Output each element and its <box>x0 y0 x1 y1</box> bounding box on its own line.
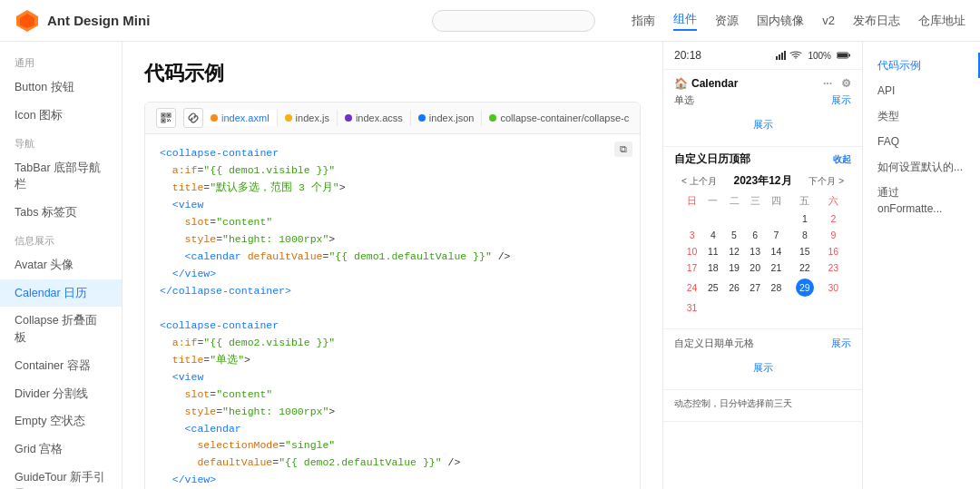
cal-cell-20[interactable]: 20 <box>745 259 766 276</box>
cal-cell-5[interactable]: 5 <box>723 227 744 243</box>
cal-cell-17[interactable]: 17 <box>681 259 702 276</box>
cal-cell-15[interactable]: 15 <box>787 243 823 259</box>
cal-cell-21[interactable]: 21 <box>766 259 787 276</box>
calendar-week-1: 1 2 <box>681 210 844 227</box>
link-button[interactable] <box>183 108 203 128</box>
cal-cell-30[interactable]: 30 <box>823 276 844 299</box>
cal-cell <box>745 210 766 227</box>
cal-cell-2[interactable]: 2 <box>823 210 844 227</box>
nav-link-guide[interactable]: 指南 <box>632 13 655 29</box>
show-center-btn[interactable]: 展示 <box>674 111 851 139</box>
cal-cell-29[interactable]: 29 <box>787 276 823 299</box>
nav-link-resource[interactable]: 资源 <box>715 13 739 29</box>
single-select-row: 单选 展示 <box>674 93 851 107</box>
cal-cell-11[interactable]: 11 <box>702 243 723 259</box>
right-nav-code[interactable]: 代码示例 <box>863 53 980 78</box>
nav-link-v2[interactable]: v2 <box>822 14 835 27</box>
more-icon[interactable]: ··· <box>823 77 832 90</box>
cal-cell-14[interactable]: 14 <box>766 243 787 259</box>
cal-cell-12[interactable]: 12 <box>723 243 744 259</box>
prev-month-button[interactable]: < 上个月 <box>681 175 717 188</box>
svg-rect-8 <box>167 119 168 120</box>
sidebar-item-tabs[interactable]: Tabs 标签页 <box>0 199 122 227</box>
cal-cell-16[interactable]: 16 <box>823 243 844 259</box>
cal-cell-6[interactable]: 6 <box>745 227 766 243</box>
cal-cell-3[interactable]: 3 <box>681 227 702 243</box>
qrcode-button[interactable] <box>156 108 176 128</box>
calendar-week-4: 17 18 19 20 21 22 23 <box>681 259 844 276</box>
svg-rect-7 <box>162 120 164 122</box>
file-tab-js[interactable]: index.js <box>278 110 338 126</box>
sidebar-item-guidetour[interactable]: GuideTour 新手引导 <box>0 464 122 489</box>
svg-rect-5 <box>168 114 170 116</box>
calendar-title: Calendar <box>691 77 738 90</box>
sidebar-item-divider[interactable]: Divider 分割线 <box>0 380 122 408</box>
cal-cell-19[interactable]: 19 <box>723 259 744 276</box>
show-button-2[interactable]: 展示 <box>831 337 851 350</box>
cal-cell-7[interactable]: 7 <box>766 227 787 243</box>
right-nav-formatter[interactable]: 通过 onFormatte... <box>863 180 980 221</box>
cal-cell <box>723 210 744 227</box>
sidebar-item-grid[interactable]: Grid 宫格 <box>0 435 122 464</box>
file-tab-cc-axml[interactable]: collapse-container/collapse-container.ax… <box>482 110 629 126</box>
dynamic-label: 动态控制，日分钟选择前三天 <box>674 397 792 410</box>
logo-text: Ant Design Mini <box>47 13 150 28</box>
nav-link-release[interactable]: 发布日志 <box>853 13 900 29</box>
cal-cell-26[interactable]: 26 <box>723 276 744 299</box>
search-bar[interactable] <box>432 10 613 32</box>
cal-cell-31[interactable]: 31 <box>681 299 702 316</box>
cal-cell-8[interactable]: 8 <box>787 227 823 243</box>
sidebar-item-calendar[interactable]: Calendar 日历 <box>0 279 122 308</box>
cal-cell-empty <box>723 299 744 316</box>
sidebar-item-container[interactable]: Container 容器 <box>0 352 122 380</box>
cal-cell <box>766 210 787 227</box>
cal-cell-24[interactable]: 24 <box>681 276 702 299</box>
file-tab-axml[interactable]: index.axml <box>203 110 278 126</box>
calendar-grid: 日 一 二 三 四 五 六 <box>681 192 844 316</box>
logo: Ant Design Mini <box>15 8 150 34</box>
preview-battery: 100% <box>808 51 831 61</box>
custom-header-title-row: 自定义日历顶部 收起 <box>674 152 851 166</box>
cal-cell-9[interactable]: 9 <box>823 227 844 243</box>
nav-link-component[interactable]: 组件 <box>673 11 697 31</box>
copy-button[interactable]: ⧉ <box>614 142 632 157</box>
cal-cell-23[interactable]: 23 <box>823 259 844 276</box>
dynamic-label-row: 动态控制，日分钟选择前三天 <box>674 397 851 410</box>
svg-rect-13 <box>776 56 778 60</box>
calendar-week-6: 31 <box>681 299 844 316</box>
settings-icon[interactable]: ⚙ <box>841 77 851 90</box>
dot-green <box>489 114 496 122</box>
cal-cell-10[interactable]: 10 <box>681 243 702 259</box>
custom-day-show-center[interactable]: 展示 <box>674 354 851 382</box>
cal-cell-13[interactable]: 13 <box>745 243 766 259</box>
sidebar-item-button[interactable]: Button 按钮 <box>0 73 122 102</box>
cal-cell-18[interactable]: 18 <box>702 259 723 276</box>
search-input[interactable] <box>432 10 595 32</box>
cal-cell-4[interactable]: 4 <box>702 227 723 243</box>
cal-cell-27[interactable]: 27 <box>745 276 766 299</box>
logo-icon <box>15 8 40 34</box>
collapse-button[interactable]: 收起 <box>833 153 851 166</box>
right-nav-faq[interactable]: FAQ <box>863 129 980 154</box>
sidebar-item-collapse[interactable]: Collapse 折叠面板 <box>0 307 122 352</box>
weekday-tue: 二 <box>723 192 744 210</box>
right-nav-default[interactable]: 如何设置默认的... <box>863 154 980 180</box>
cal-cell-28[interactable]: 28 <box>766 276 787 299</box>
sidebar-item-avatar[interactable]: Avatar 头像 <box>0 251 122 279</box>
right-nav-types[interactable]: 类型 <box>863 103 980 129</box>
battery-icon <box>837 52 851 59</box>
cal-cell-22[interactable]: 22 <box>787 259 823 276</box>
file-tab-json[interactable]: index.json <box>411 110 483 126</box>
next-month-button[interactable]: 下个月 > <box>808 175 844 188</box>
cal-cell-1[interactable]: 1 <box>787 210 823 227</box>
sidebar-item-tabbar[interactable]: TabBar 底部导航栏 <box>0 154 122 200</box>
sidebar-item-icon[interactable]: Icon 图标 <box>0 102 122 130</box>
cal-cell-25[interactable]: 25 <box>702 276 723 299</box>
sidebar-item-empty[interactable]: Empty 空状态 <box>0 407 122 435</box>
weekday-header-row: 日 一 二 三 四 五 六 <box>681 192 844 210</box>
nav-link-mirror[interactable]: 国内镜像 <box>757 13 804 29</box>
right-nav-api[interactable]: API <box>863 78 980 103</box>
nav-link-repo[interactable]: 仓库地址 <box>918 13 965 29</box>
file-tab-acss[interactable]: index.acss <box>338 110 411 126</box>
show-button-1[interactable]: 展示 <box>831 93 851 107</box>
